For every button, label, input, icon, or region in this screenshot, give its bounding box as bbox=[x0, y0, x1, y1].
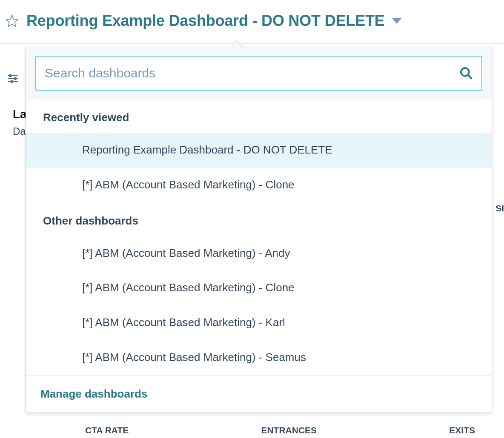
search-wrapper[interactable] bbox=[35, 56, 482, 91]
column-header: EXITS bbox=[449, 425, 475, 435]
dashboard-selector-dropdown: Recently viewed Reporting Example Dashbo… bbox=[26, 47, 492, 413]
page-header: Reporting Example Dashboard - DO NOT DEL… bbox=[0, 0, 504, 43]
favorite-star-icon[interactable] bbox=[5, 14, 19, 28]
search-input[interactable] bbox=[45, 66, 459, 80]
dropdown-footer: Manage dashboards bbox=[26, 375, 492, 412]
section-title-recent: Recently viewed bbox=[26, 99, 492, 133]
manage-dashboards-link[interactable]: Manage dashboards bbox=[40, 387, 147, 400]
svg-point-7 bbox=[461, 68, 469, 76]
table-columns-row: CTA RATE ENTRANCES EXITS bbox=[0, 425, 504, 435]
dashboard-title-dropdown-trigger[interactable]: Reporting Example Dashboard - DO NOT DEL… bbox=[26, 12, 402, 30]
section-title-other: Other dashboards bbox=[26, 202, 492, 236]
svg-line-8 bbox=[468, 75, 472, 79]
chevron-down-icon bbox=[392, 18, 402, 24]
search-area bbox=[26, 47, 492, 99]
list-item[interactable]: [*] ABM (Account Based Marketing) - Clon… bbox=[26, 270, 492, 305]
search-icon bbox=[459, 66, 473, 80]
right-edge-text-partial: SI bbox=[495, 203, 504, 213]
list-item[interactable]: Reporting Example Dashboard - DO NOT DEL… bbox=[26, 133, 492, 168]
filter-icon[interactable] bbox=[7, 74, 19, 84]
svg-point-6 bbox=[11, 80, 13, 82]
column-header: CTA RATE bbox=[85, 425, 129, 435]
list-item[interactable]: [*] ABM (Account Based Marketing) - Karl bbox=[26, 305, 492, 340]
svg-point-4 bbox=[9, 74, 11, 77]
column-header: ENTRANCES bbox=[261, 425, 317, 435]
list-item[interactable]: [*] ABM (Account Based Marketing) - Seam… bbox=[26, 340, 492, 375]
svg-point-5 bbox=[14, 77, 16, 80]
dropdown-body: Recently viewed Reporting Example Dashbo… bbox=[26, 99, 492, 375]
list-item[interactable]: [*] ABM (Account Based Marketing) - Andy bbox=[26, 236, 492, 271]
list-item[interactable]: [*] ABM (Account Based Marketing) - Clon… bbox=[26, 168, 492, 202]
dashboard-title-text: Reporting Example Dashboard - DO NOT DEL… bbox=[26, 12, 385, 30]
svg-marker-0 bbox=[6, 15, 18, 27]
